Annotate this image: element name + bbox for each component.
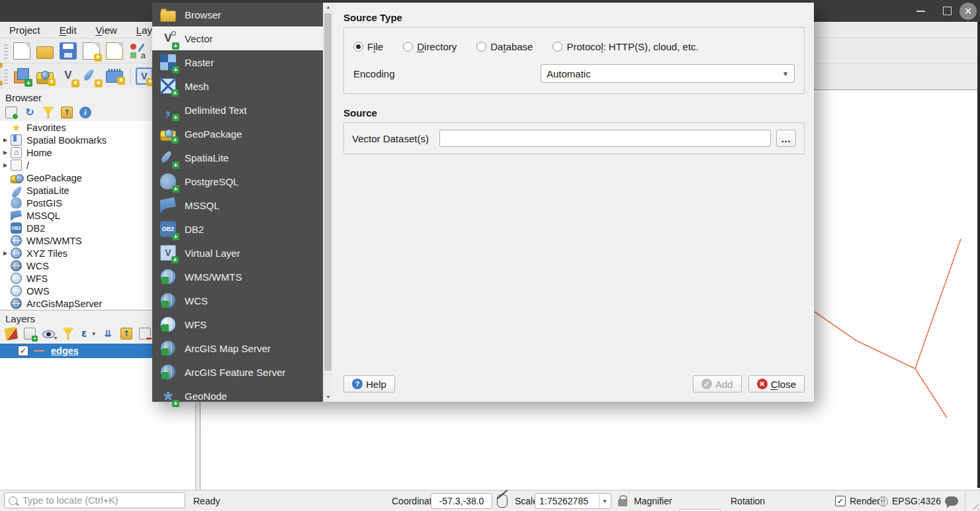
tree-label: GeoPackage (26, 173, 82, 183)
data-source-manager-icon[interactable] (13, 68, 30, 85)
sidebar-item-raster[interactable]: Raster (152, 50, 323, 74)
minimize-icon (916, 11, 925, 12)
sidebar-item-arcgis-map-server[interactable]: ArcGIS Map Server (152, 336, 323, 360)
sidebar-item-mssql[interactable]: MSSQL (152, 193, 323, 217)
help-button[interactable]: ?Help (343, 375, 395, 393)
toolbar-handle[interactable] (4, 43, 8, 59)
scale-combobox[interactable]: 1:75262785 ▼ (535, 493, 611, 509)
scroll-up-icon[interactable]: ▲ (324, 3, 333, 12)
radio-icon[interactable] (553, 42, 562, 52)
crs-globe-icon[interactable] (878, 490, 888, 511)
properties-info-icon[interactable] (79, 107, 91, 118)
sidebar-item-delimited-text[interactable]: Delimited Text (152, 98, 323, 122)
add-button[interactable]: ✓Add (693, 375, 742, 393)
wms-globe-icon (11, 235, 22, 246)
tree-label: WCS (26, 261, 49, 271)
encoding-row: Encoding Automatic▼ (353, 64, 795, 83)
menu-edit[interactable]: Edit (60, 24, 77, 36)
browse-button[interactable]: … (776, 130, 796, 147)
expand-arrow-icon[interactable]: ▶ (0, 150, 11, 156)
new-geopackage-icon[interactable] (36, 72, 54, 84)
tree-label: WMS/WMTS (26, 236, 82, 246)
scale-dropdown-icon[interactable]: ▼ (599, 494, 610, 508)
scroll-down-icon[interactable]: ▼ (324, 393, 333, 402)
close-window-button[interactable]: ✕ (958, 0, 978, 22)
style-a: a (141, 51, 146, 60)
extents-mouse-icon[interactable] (497, 490, 508, 511)
sidebar-item-postgresql[interactable]: PostgreSQL (152, 169, 323, 193)
radio-icon[interactable] (403, 42, 413, 52)
menu-view[interactable]: View (96, 24, 117, 36)
sidebar-item-browser[interactable]: Browser (152, 3, 323, 26)
menu-project[interactable]: Project (9, 24, 40, 36)
layer-checkbox[interactable]: ✓ (18, 346, 28, 356)
open-project-icon[interactable] (36, 46, 54, 59)
raster-icon (160, 54, 176, 70)
sidebar-scrollbar[interactable]: ▲ ▼ (323, 3, 333, 402)
sidebar-item-wms[interactable]: WMS/WMTS (152, 265, 323, 289)
resize-grip[interactable] (971, 502, 979, 510)
manage-visibility-icon[interactable] (42, 328, 56, 340)
coordinate-input[interactable] (431, 493, 492, 509)
locate-input[interactable] (21, 494, 176, 506)
sidebar-item-wcs[interactable]: WCS (152, 289, 323, 312)
style-manager-icon[interactable]: a (129, 42, 146, 60)
style-brush-icon[interactable] (5, 327, 18, 340)
sidebar-item-vector[interactable]: Vector (152, 26, 323, 50)
expand-all-icon[interactable] (102, 328, 114, 340)
filter-browser-icon[interactable] (42, 107, 54, 118)
layer-name[interactable]: edges (51, 346, 79, 356)
remove-layer-icon[interactable] (139, 328, 151, 340)
new-project-icon[interactable] (13, 42, 30, 60)
radio-database[interactable]: Database (476, 41, 533, 52)
collapse-all-icon[interactable] (61, 107, 73, 118)
minimize-button[interactable] (911, 0, 930, 22)
radio-icon[interactable] (476, 42, 486, 52)
expand-arrow-icon[interactable]: ▶ (0, 162, 11, 168)
new-spatialite-icon[interactable] (83, 68, 100, 85)
encoding-combobox[interactable]: Automatic▼ (541, 64, 795, 83)
postgis-icon (11, 197, 22, 209)
expand-arrow-icon[interactable]: ▶ (0, 250, 11, 256)
sidebar-item-arcgis-feature-server[interactable]: ArcGIS Feature Server (152, 360, 323, 384)
new-mesh-icon[interactable] (106, 71, 123, 83)
new-print-layout-icon[interactable] (83, 42, 100, 60)
radio-protocol[interactable]: Protocol: HTTP(S), cloud, etc. (553, 41, 698, 52)
sidebar-item-geopackage[interactable]: GeoPackage (152, 122, 323, 146)
radio-selected-icon[interactable] (353, 42, 363, 52)
scrollbar-thumb[interactable] (324, 13, 332, 371)
crs-status[interactable]: EPSG:4326 (892, 490, 941, 511)
messages-bubble-icon[interactable] (945, 490, 958, 511)
lock-scale-icon[interactable] (618, 490, 627, 511)
sidebar-item-spatialite[interactable]: SpatiaLite (152, 146, 323, 169)
maximize-button[interactable] (937, 0, 957, 22)
vector-dataset-input[interactable] (439, 130, 771, 147)
render-checkbox[interactable]: ✓ (835, 490, 846, 511)
filter-legend-icon[interactable] (62, 328, 74, 340)
collapse-all-layers-icon[interactable] (120, 328, 132, 340)
tree-label: XYZ Tiles (26, 248, 67, 259)
expand-arrow-icon[interactable]: ▶ (0, 137, 11, 143)
locate-search[interactable] (4, 492, 185, 508)
radio-directory[interactable]: Directory (403, 41, 457, 52)
sidebar-item-geonode[interactable]: GeoNode (152, 384, 323, 408)
add-group-icon[interactable] (24, 328, 36, 340)
sidebar-item-wfs[interactable]: WFS (152, 312, 323, 336)
refresh-icon[interactable] (24, 107, 36, 118)
new-shapefile-icon[interactable] (60, 68, 77, 85)
add-selected-layers-icon[interactable] (5, 107, 17, 118)
sidebar-item-label: Vector (185, 33, 213, 44)
checkbox-check-icon[interactable]: ✓ (835, 496, 846, 506)
layout-manager-icon[interactable] (106, 42, 123, 60)
radio-file[interactable]: File (353, 41, 383, 52)
sidebar-item-db2[interactable]: DB2 (152, 217, 323, 241)
save-project-icon[interactable] (60, 42, 77, 60)
sidebar-item-virtual-layer[interactable]: Virtual Layer (152, 241, 323, 265)
geopackage-icon (160, 130, 176, 141)
dsm-layer2 (17, 68, 29, 80)
toolbar-handle[interactable] (4, 68, 8, 84)
expression-filter-icon[interactable] (81, 328, 95, 340)
close-button[interactable]: ✕Close (748, 375, 805, 393)
new-virtual-layer-icon[interactable] (136, 68, 153, 85)
sidebar-item-mesh[interactable]: Mesh (152, 74, 323, 98)
